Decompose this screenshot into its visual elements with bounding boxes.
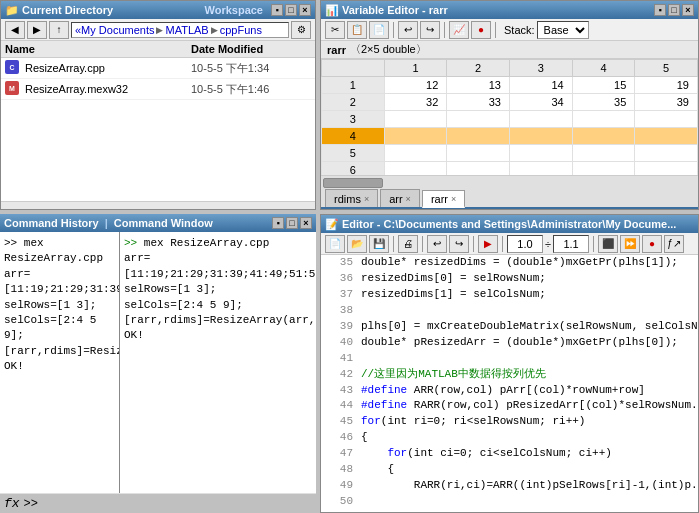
cell-3-1[interactable] <box>384 111 447 128</box>
cell-3-4[interactable] <box>572 111 635 128</box>
list-item[interactable]: M ResizeArray.mexw32 10-5-5 下午1:46 <box>1 79 315 100</box>
stack-select[interactable]: Base <box>537 21 589 39</box>
tab-arr[interactable]: arr × <box>380 189 420 207</box>
ed-btn-print[interactable]: 🖨 <box>398 235 418 253</box>
cell-6-5[interactable] <box>635 162 698 176</box>
ed-btn-undo[interactable]: ↩ <box>427 235 447 253</box>
table-row[interactable]: 6 <box>322 162 698 176</box>
code-text-43: #define ARR(row,col) pArr[(col)*rowNum+r… <box>361 383 694 399</box>
table-row[interactable]: 1 12 13 14 15 19 <box>322 77 698 94</box>
cell-3-2[interactable] <box>447 111 510 128</box>
cell-2-2[interactable]: 33 <box>447 94 510 111</box>
line-num-39: 39 <box>325 319 353 335</box>
cell-5-4[interactable] <box>572 145 635 162</box>
tab-rarr-close[interactable]: × <box>451 194 456 204</box>
var-tb-btn4[interactable]: ↩ <box>398 21 418 39</box>
dir-settings-btn[interactable]: ⚙ <box>291 21 311 39</box>
table-row[interactable]: 2 32 33 34 35 39 <box>322 94 698 111</box>
ed-btn-run[interactable]: ▶ <box>478 235 498 253</box>
cell-1-1[interactable]: 12 <box>384 77 447 94</box>
cell-6-2[interactable] <box>447 162 510 176</box>
cell-1-5[interactable]: 19 <box>635 77 698 94</box>
cmd-minimize-btn[interactable]: ▪ <box>272 217 284 229</box>
var-col-header-2: 2 <box>447 60 510 77</box>
var-name-label: rarr <box>327 44 346 56</box>
dir-up-btn[interactable]: ↑ <box>49 21 69 39</box>
cell-4-4[interactable] <box>572 128 635 145</box>
tab-rdims[interactable]: rdims × <box>325 189 378 207</box>
ed-btn-redo[interactable]: ↪ <box>449 235 469 253</box>
ed-zoom-input[interactable] <box>507 235 543 253</box>
cell-5-2[interactable] <box>447 145 510 162</box>
var-tb-btn3[interactable]: 📄 <box>369 21 389 39</box>
var-close-btn[interactable]: × <box>682 4 694 16</box>
ed-btn-debug3[interactable]: ● <box>642 235 662 253</box>
cmd-close-btn[interactable]: × <box>300 217 312 229</box>
cmd-maximize-btn[interactable]: □ <box>286 217 298 229</box>
cell-5-5[interactable] <box>635 145 698 162</box>
cell-2-1[interactable]: 32 <box>384 94 447 111</box>
cell-4-3[interactable] <box>509 128 572 145</box>
cmd-history-tab-label[interactable]: Command History <box>4 217 99 229</box>
var-tb-btn6[interactable]: 📈 <box>449 21 469 39</box>
ed-btn-new[interactable]: 📄 <box>325 235 345 253</box>
tab-arr-close[interactable]: × <box>406 194 411 204</box>
table-row[interactable]: 5 <box>322 145 698 162</box>
editor-code-area[interactable]: 35 double* resizedDims = (double*)mxGetP… <box>321 255 698 512</box>
cell-4-1[interactable] <box>384 128 447 145</box>
cell-2-5[interactable]: 39 <box>635 94 698 111</box>
var-tb-btn5[interactable]: ↪ <box>420 21 440 39</box>
cell-4-5[interactable] <box>635 128 698 145</box>
cell-6-3[interactable] <box>509 162 572 176</box>
cell-1-2[interactable]: 13 <box>447 77 510 94</box>
path-item-matlab[interactable]: MATLAB <box>165 24 208 36</box>
cell-3-3[interactable] <box>509 111 572 128</box>
ed-btn-debug2[interactable]: ⏩ <box>620 235 640 253</box>
scrollbar-thumb[interactable] <box>323 178 383 188</box>
dir-minimize-btn[interactable]: ▪ <box>271 4 283 16</box>
var-grid[interactable]: 1 2 3 4 5 1 12 13 14 15 19 <box>321 59 698 175</box>
editor-toolbar: 📄 📂 💾 🖨 ↩ ↪ ▶ ÷ ⬛ ⏩ ● ƒ↗ <box>321 233 698 255</box>
path-item-cppfuns[interactable]: cppFuns <box>220 24 262 36</box>
dir-back-btn[interactable]: ◀ <box>5 21 25 39</box>
ed-btn-open[interactable]: 📂 <box>347 235 367 253</box>
table-row[interactable]: 3 <box>322 111 698 128</box>
tab-rarr[interactable]: rarr × <box>422 190 465 208</box>
dir-maximize-btn[interactable]: □ <box>285 4 297 16</box>
ed-btn-debug4[interactable]: ƒ↗ <box>664 235 684 253</box>
ed-btn-debug1[interactable]: ⬛ <box>598 235 618 253</box>
var-tb-btn1[interactable]: ✂ <box>325 21 345 39</box>
var-h-scrollbar[interactable] <box>321 175 698 189</box>
var-tb-btn7[interactable]: ● <box>471 21 491 39</box>
kw-define-43: #define <box>361 384 414 396</box>
cell-5-3[interactable] <box>509 145 572 162</box>
ed-zoom-input-2[interactable] <box>553 235 589 253</box>
table-row[interactable]: 4 <box>322 128 698 145</box>
dir-close-btn[interactable]: × <box>299 4 311 16</box>
code-line-35: 35 double* resizedDims = (double*)mxGetP… <box>321 255 698 271</box>
cell-5-1[interactable] <box>384 145 447 162</box>
dir-workspace-tab[interactable]: Workspace <box>205 4 264 16</box>
cell-2-4[interactable]: 35 <box>572 94 635 111</box>
cmd-window-pane[interactable]: >> mex ResizeArray.cpp arr=[11:19;21:29;… <box>120 232 316 493</box>
cell-1-4[interactable]: 15 <box>572 77 635 94</box>
cell-4-2[interactable] <box>447 128 510 145</box>
line-num-44: 44 <box>325 398 353 414</box>
code-text-45: for(int ri=0; ri<selRowsNum; ri++) <box>361 414 694 430</box>
var-col-header-3: 3 <box>509 60 572 77</box>
cell-3-5[interactable] <box>635 111 698 128</box>
var-maximize-btn[interactable]: □ <box>668 4 680 16</box>
cell-6-4[interactable] <box>572 162 635 176</box>
ed-btn-save[interactable]: 💾 <box>369 235 389 253</box>
tab-rdims-close[interactable]: × <box>364 194 369 204</box>
list-item[interactable]: C ResizeArray.cpp 10-5-5 下午1:34 <box>1 58 315 79</box>
path-item-docs[interactable]: «My Documents <box>75 24 154 36</box>
var-minimize-btn[interactable]: ▪ <box>654 4 666 16</box>
cell-1-3[interactable]: 14 <box>509 77 572 94</box>
cmd-history-pane[interactable]: >> mex ResizeArray.cpp arr=[11:19;21:29;… <box>0 232 120 493</box>
cell-6-1[interactable] <box>384 162 447 176</box>
dir-forward-btn[interactable]: ▶ <box>27 21 47 39</box>
cmd-window-tab-label[interactable]: Command Window <box>114 217 213 229</box>
cell-2-3[interactable]: 34 <box>509 94 572 111</box>
var-tb-btn2[interactable]: 📋 <box>347 21 367 39</box>
